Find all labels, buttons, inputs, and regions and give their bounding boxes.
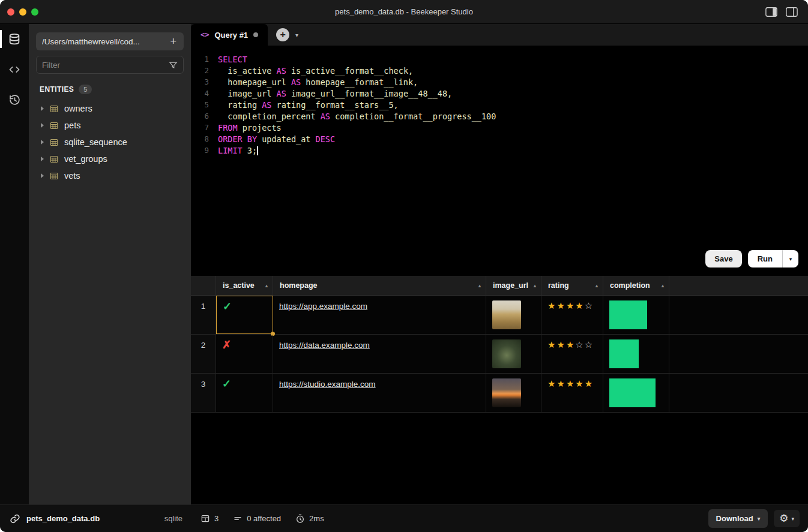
toggle-sidebar-panel-icon[interactable] <box>785 6 798 18</box>
results-settings-button[interactable]: ⚙ ▾ <box>774 510 800 527</box>
entity-name: pets <box>64 121 80 130</box>
sidebar-item-vets[interactable]: vets <box>36 167 184 184</box>
close-window-button[interactable] <box>7 8 14 16</box>
homepage-link[interactable]: https://data.example.com <box>279 341 370 350</box>
sidebar-item-pets[interactable]: pets <box>36 117 184 134</box>
check-icon: ✓ <box>222 378 231 390</box>
cell-image-url[interactable] <box>486 374 541 412</box>
column-header-homepage[interactable]: homepage▴ <box>273 276 486 295</box>
cell-is-active[interactable]: ✗ <box>216 335 273 373</box>
cell-homepage[interactable]: https://app.example.com <box>273 296 486 334</box>
forest-thumbnail <box>492 339 521 368</box>
stat-label: 2ms <box>309 514 324 523</box>
cell-is-active[interactable]: ✓ <box>216 374 273 412</box>
sort-caret-icon[interactable]: ▴ <box>591 283 598 288</box>
results-body: 1✓https://app.example.com★★★★☆2✗https://… <box>191 296 808 413</box>
new-tab-chevron-down-icon[interactable]: ▾ <box>295 32 298 38</box>
sql-editor[interactable]: 1SELECT2 is_active AS is_active__format_… <box>191 46 808 276</box>
code-text: ORDER BY updated_at DESC <box>218 134 335 144</box>
traffic-lights <box>0 8 38 16</box>
entities-count-badge: 5 <box>79 85 92 94</box>
run-button[interactable]: Run <box>748 250 783 267</box>
editor-line: 1SELECT <box>191 53 808 65</box>
cell-is-active[interactable]: ✓ <box>216 296 273 334</box>
sort-caret-icon[interactable]: ▴ <box>529 283 536 288</box>
sort-caret-icon[interactable]: ▴ <box>657 283 664 288</box>
completion-progress-bar <box>609 300 647 329</box>
tab-label: Query #1 <box>214 31 248 40</box>
connection-type: sqlite <box>164 514 182 523</box>
row-number[interactable]: 2 <box>191 335 216 373</box>
run-options-chevron-down-icon[interactable]: ▾ <box>783 250 798 267</box>
line-number: 7 <box>191 123 209 132</box>
download-button[interactable]: Download ▾ <box>708 509 768 528</box>
line-number: 6 <box>191 112 209 121</box>
cell-completion[interactable] <box>603 296 669 334</box>
run-button-group: Run▾ <box>748 250 798 267</box>
add-connection-button[interactable]: + <box>169 36 178 47</box>
code-text: homepage_url AS homepage__format__link, <box>218 77 418 87</box>
titlebar: pets_demo_data.db - Beekeeper Studio <box>0 0 808 24</box>
cell-image-url[interactable] <box>486 296 541 334</box>
cell-rating[interactable]: ★★★★★ <box>541 374 603 412</box>
window-panel-toggles <box>765 6 808 18</box>
homepage-link[interactable]: https://studio.example.com <box>279 380 376 389</box>
cell-rating[interactable]: ★★★☆☆ <box>541 335 603 373</box>
query-stats: 30 affected2ms <box>191 514 708 524</box>
entity-filter <box>36 56 184 74</box>
entity-filter-input[interactable] <box>42 61 169 70</box>
chevron-right-icon <box>41 173 44 178</box>
cross-icon: ✗ <box>222 339 231 351</box>
cell-homepage[interactable]: https://studio.example.com <box>273 374 486 412</box>
connection-link-icon <box>10 513 20 524</box>
sidebar-item-vet_groups[interactable]: vet_groups <box>36 151 184 167</box>
column-header-is_active[interactable]: is_active▴ <box>216 276 273 295</box>
column-header-image_url[interactable]: image_url▴ <box>486 276 541 295</box>
entity-list: ownerspetssqlite_sequencevet_groupsvets <box>36 100 184 184</box>
rail-history-button[interactable] <box>4 90 25 109</box>
row-filler <box>669 296 808 334</box>
editor-line: 2 is_active AS is_active__format__check, <box>191 65 808 76</box>
filter-funnel-icon <box>169 61 178 70</box>
cell-completion[interactable] <box>603 374 669 412</box>
sidebar-item-owners[interactable]: owners <box>36 100 184 117</box>
table-icon <box>49 104 59 113</box>
cell-image-url[interactable] <box>486 335 541 373</box>
minimize-window-button[interactable] <box>19 8 26 16</box>
row-number[interactable]: 1 <box>191 296 216 334</box>
table-row: 2✗https://data.example.com★★★☆☆ <box>191 335 808 374</box>
connection-path-input[interactable]: /Users/matthewrevell/cod... + <box>36 32 184 50</box>
sort-caret-icon[interactable]: ▴ <box>474 283 481 288</box>
entity-name: vet_groups <box>64 154 107 164</box>
column-header-rating[interactable]: rating▴ <box>541 276 603 295</box>
stat-rows-affected: 0 affected <box>233 514 281 523</box>
cell-completion[interactable] <box>603 335 669 373</box>
zoom-window-button[interactable] <box>31 8 38 16</box>
row-number[interactable]: 3 <box>191 374 216 412</box>
gear-icon: ⚙ <box>779 513 788 524</box>
download-label: Download <box>716 514 753 523</box>
rail-code-button[interactable] <box>4 60 25 79</box>
stat-result-table: 3 <box>200 514 219 523</box>
new-tab-button[interactable]: + <box>276 28 289 41</box>
table-icon <box>49 155 59 164</box>
sort-caret-icon[interactable]: ▴ <box>261 283 268 288</box>
save-button[interactable]: Save <box>705 250 741 267</box>
completion-progress-bar <box>609 378 656 407</box>
result-table-icon <box>200 514 210 523</box>
table-row: 3✓https://studio.example.com★★★★★ <box>191 374 808 413</box>
column-header-completion[interactable]: completion▴ <box>603 276 669 295</box>
field-thumbnail <box>492 300 521 329</box>
row-filler <box>669 374 808 412</box>
filled-stars-icon: ★★★★★ <box>547 378 594 389</box>
rail-database-button[interactable] <box>4 30 25 49</box>
cell-rating[interactable]: ★★★★☆ <box>541 296 603 334</box>
tab-query-1[interactable]: <> Query #1 <box>191 24 268 46</box>
toggle-right-panel-icon[interactable] <box>765 6 778 18</box>
sidebar-item-sqlite_sequence[interactable]: sqlite_sequence <box>36 134 184 151</box>
unsaved-changes-dot[interactable] <box>253 32 258 37</box>
stat-label: 0 affected <box>247 514 281 523</box>
cell-homepage[interactable]: https://data.example.com <box>273 335 486 373</box>
code-text: FROM projects <box>218 123 282 133</box>
homepage-link[interactable]: https://app.example.com <box>279 302 367 311</box>
